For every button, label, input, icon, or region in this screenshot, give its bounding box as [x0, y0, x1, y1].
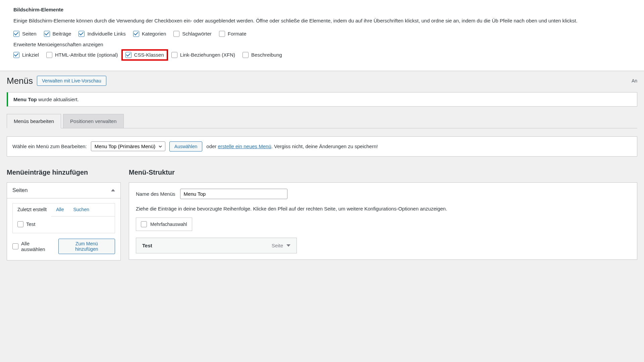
- structure-column: Menü-Struktur Name des Menüs Ziehe die E…: [129, 169, 637, 260]
- menu-items-list: TestSeite: [136, 238, 630, 253]
- caret-up-icon: [111, 189, 115, 191]
- menu-name-row: Name des Menüs: [136, 189, 630, 199]
- checkbox-label: Schlagwörter: [182, 31, 212, 37]
- page-header: Menüs Verwalten mit Live-Vorschau An: [7, 71, 637, 92]
- caret-down-icon[interactable]: [286, 244, 290, 247]
- inner-tab-all[interactable]: Alle: [51, 203, 68, 216]
- page-title: Menüs: [7, 76, 33, 86]
- notice-bold: Menu Top: [13, 97, 37, 102]
- checkbox[interactable]: [125, 52, 131, 58]
- menu-select-bar: Wähle ein Menü zum Bearbeiten: Menu Top …: [7, 136, 637, 157]
- main-tabs: Menüs bearbeiten Positionen verwalten: [7, 114, 637, 128]
- screen-options-heading: Bildschirm-Elemente: [13, 7, 631, 12]
- checkbox[interactable]: [13, 52, 19, 58]
- select-bar-reminder: . Vergiss nicht, deine Änderungen zu spe…: [271, 143, 378, 149]
- checkbox[interactable]: [44, 31, 50, 37]
- screen-options-boxes-row: SeitenBeiträgeIndividuelle LinksKategori…: [13, 31, 631, 37]
- add-items-column: Menüeinträge hinzufügen Seiten Zuletzt e…: [7, 169, 121, 260]
- pages-items-list: Test: [13, 217, 115, 233]
- screen-options-panel: Bildschirm-Elemente Einige Bildschirm-El…: [0, 0, 644, 71]
- bulk-select-label: Mehrfachauswahl: [150, 222, 187, 227]
- pages-accordion: Seiten Zuletzt erstellt Alle Suchen Test: [7, 182, 121, 260]
- checkbox-item[interactable]: Kategorien: [133, 31, 166, 37]
- inner-tab-search[interactable]: Suchen: [69, 203, 94, 216]
- checkbox-item[interactable]: CSS-Klassen: [121, 49, 168, 61]
- pages-accordion-title: Seiten: [12, 187, 28, 193]
- checkbox[interactable]: [219, 31, 225, 37]
- screen-options-toggle[interactable]: An: [632, 78, 637, 83]
- checkbox-label: Linkziel: [22, 52, 39, 58]
- notice-rest: wurde aktualisiert.: [37, 97, 79, 102]
- pages-inner-tabs: Zuletzt erstellt Alle Suchen Test: [12, 203, 115, 233]
- pages-accordion-body: Zuletzt erstellt Alle Suchen Test Alle a…: [7, 198, 120, 260]
- menu-select-dropdown[interactable]: Menu Top (Primäres Menü): [91, 141, 165, 151]
- content-wrap: Menüs Verwalten mit Live-Vorschau An Men…: [0, 71, 644, 260]
- select-all-label: Alle auswählen: [21, 241, 55, 252]
- checkbox-item[interactable]: Beschreibung: [243, 52, 282, 58]
- select-bar-trailer: oder erstelle ein neues Menü. Vergiss ni…: [206, 143, 378, 149]
- screen-options-description: Einige Bildschirm-Elemente können durch …: [13, 17, 631, 25]
- tab-edit-menus[interactable]: Menüs bearbeiten: [7, 114, 61, 128]
- checkbox[interactable]: [173, 31, 179, 37]
- checkbox-label: Formate: [228, 31, 247, 37]
- menu-name-input[interactable]: [180, 189, 287, 199]
- inner-tab-row: Zuletzt erstellt Alle Suchen: [13, 203, 115, 217]
- checkbox[interactable]: [243, 52, 249, 58]
- select-bar-label: Wähle ein Menü zum Bearbeiten:: [12, 143, 87, 149]
- advanced-boxes-row: LinkzielHTML-Attribut title (optional)CS…: [13, 52, 631, 58]
- menu-item-label: Test: [142, 243, 152, 248]
- menu-item-type: Seite: [272, 243, 283, 248]
- checkbox-label: Test: [26, 221, 36, 227]
- checkbox-label: Beiträge: [53, 31, 71, 37]
- checkbox[interactable]: [13, 31, 19, 37]
- checkbox-label: Link-Beziehungen (XFN): [180, 52, 235, 58]
- checkbox[interactable]: [46, 52, 52, 58]
- columns: Menüeinträge hinzufügen Seiten Zuletzt e…: [7, 169, 637, 260]
- checkbox-item[interactable]: Beiträge: [44, 31, 71, 37]
- add-items-title: Menüeinträge hinzufügen: [7, 169, 121, 176]
- bulk-select-checkbox[interactable]: [141, 221, 147, 227]
- structure-panel: Name des Menüs Ziehe die Einträge in dei…: [129, 182, 637, 260]
- checkbox[interactable]: [17, 221, 23, 227]
- menu-item[interactable]: TestSeite: [136, 238, 297, 253]
- select-menu-button[interactable]: Auswählen: [169, 141, 203, 152]
- pages-accordion-header[interactable]: Seiten: [7, 183, 120, 198]
- tab-manage-positions[interactable]: Positionen verwalten: [63, 114, 123, 128]
- menu-item-meta: Seite: [272, 243, 290, 248]
- checkbox-label: HTML-Attribut title (optional): [55, 52, 118, 58]
- select-all-checkbox[interactable]: [12, 243, 18, 249]
- select-all-item[interactable]: Alle auswählen: [12, 241, 55, 252]
- checkbox-item[interactable]: Formate: [219, 31, 247, 37]
- checkbox[interactable]: [171, 52, 177, 58]
- checkbox-item[interactable]: Individuelle Links: [78, 31, 125, 37]
- checkbox-item[interactable]: Linkziel: [13, 52, 39, 58]
- checkbox-label: Beschreibung: [251, 52, 282, 58]
- select-all-row: Alle auswählen Zum Menü hinzufügen: [12, 239, 115, 254]
- checkbox-item[interactable]: Seiten: [13, 31, 37, 37]
- checkbox-label: Kategorien: [142, 31, 166, 37]
- select-bar-or: oder: [206, 143, 218, 149]
- checkbox-label: Seiten: [22, 31, 37, 37]
- checkbox[interactable]: [133, 31, 139, 37]
- bulk-select-wrap: Mehrfachauswahl: [136, 218, 192, 231]
- inner-tab-recent[interactable]: Zuletzt erstellt: [13, 203, 51, 217]
- checkbox-item[interactable]: HTML-Attribut title (optional): [46, 52, 118, 58]
- checkbox-item[interactable]: Test: [17, 221, 36, 227]
- create-new-menu-link[interactable]: erstelle ein neues Menü: [218, 143, 271, 149]
- update-notice: Menu Top wurde aktualisiert.: [7, 92, 637, 107]
- menu-name-label: Name des Menüs: [136, 191, 175, 197]
- add-to-menu-button[interactable]: Zum Menü hinzufügen: [58, 239, 115, 254]
- checkbox-item[interactable]: Link-Beziehungen (XFN): [171, 52, 235, 58]
- checkbox-label: CSS-Klassen: [134, 52, 164, 58]
- live-preview-button[interactable]: Verwalten mit Live-Vorschau: [37, 76, 106, 86]
- checkbox-item[interactable]: Schlagwörter: [173, 31, 212, 37]
- checkbox-label: Individuelle Links: [87, 31, 125, 37]
- structure-title: Menü-Struktur: [129, 169, 637, 176]
- advanced-heading: Erweiterte Menüeigenschaften anzeigen: [13, 42, 631, 47]
- checkbox[interactable]: [78, 31, 85, 37]
- structure-description: Ziehe die Einträge in deine bevorzugte R…: [136, 206, 630, 212]
